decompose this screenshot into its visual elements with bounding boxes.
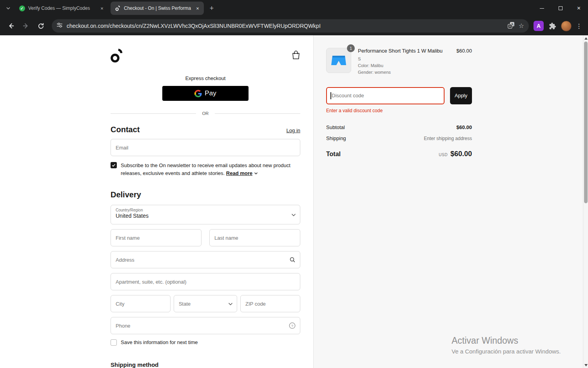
discount-field-wrap <box>326 87 445 104</box>
line-item-details: Performance Short Tights 1 W Malibu $60.… <box>358 48 472 75</box>
minimize-button[interactable] <box>533 0 551 16</box>
quantity-badge: 1 <box>347 44 355 52</box>
save-info-label: Save this information for next time <box>121 339 198 345</box>
line-item: 1 Performance Short Tights 1 W Malibu $6… <box>326 48 472 75</box>
delivery-heading: Delivery <box>111 190 300 199</box>
google-pay-button[interactable]: Pay <box>162 86 249 101</box>
apartment-field[interactable] <box>111 273 300 290</box>
windows-activation-watermark: Activar Windows Ve a Configuración para … <box>452 335 561 355</box>
tab-title: Verify Codes — SimplyCodes <box>28 5 96 11</box>
on-favicon-icon <box>114 5 121 11</box>
total-row: Total USD $60.00 <box>326 150 472 158</box>
on-logo-icon[interactable] <box>111 48 122 64</box>
read-more-link[interactable]: Read more <box>226 170 252 176</box>
address-field-wrap <box>111 251 300 268</box>
discount-code-field[interactable] <box>326 87 445 104</box>
discount-row: Apply <box>326 87 472 104</box>
cart-bag-icon[interactable] <box>292 51 300 62</box>
newsletter-row: Subscribe to the On newsletter to receiv… <box>111 162 300 177</box>
subtotal-value: $60.00 <box>456 124 472 130</box>
page-scrollbar[interactable] <box>583 35 588 368</box>
bookmark-star-icon[interactable]: ☆ <box>519 23 524 29</box>
or-divider: OR <box>111 111 300 116</box>
total-value: $60.00 <box>450 150 472 158</box>
city-field[interactable] <box>111 295 171 312</box>
apply-button[interactable]: Apply <box>450 87 472 104</box>
total-label: Total <box>326 151 341 158</box>
shipping-value: Enter shipping address <box>424 136 472 141</box>
newsletter-checkbox[interactable] <box>111 162 117 168</box>
google-g-icon <box>194 90 202 97</box>
first-name-wrap <box>111 229 201 246</box>
zip-field[interactable] <box>240 295 300 312</box>
first-name-field[interactable] <box>111 229 201 246</box>
scrollbar-thumb[interactable] <box>584 42 588 203</box>
tab-simplycodes[interactable]: ✓ Verify Codes — SimplyCodes × <box>15 2 108 15</box>
last-name-field[interactable] <box>209 229 300 246</box>
tab-search-chevron-icon[interactable] <box>3 3 13 13</box>
discount-error-text: Enter a valid discount code <box>326 108 472 113</box>
checkout-main: Express checkout Pay OR <box>0 35 314 368</box>
watermark-line2: Ve a Configuración para activar Windows. <box>452 348 561 355</box>
email-field[interactable] <box>111 139 300 156</box>
forward-button[interactable] <box>20 20 32 32</box>
subtotal-row: Subtotal $60.00 <box>326 124 472 130</box>
totals: Subtotal $60.00 Shipping Enter shipping … <box>326 124 472 158</box>
shop-header <box>111 48 300 64</box>
minimize-icon <box>540 8 544 9</box>
shipping-row: Shipping Enter shipping address <box>326 135 472 141</box>
currency-label: USD <box>439 153 448 157</box>
name-row <box>111 229 300 251</box>
shorts-image-icon <box>331 54 347 67</box>
search-icon <box>289 257 296 263</box>
login-link[interactable]: Log in <box>287 128 300 133</box>
browser-menu-icon[interactable]: ⋮ <box>574 22 584 30</box>
tab-checkout-on[interactable]: Checkout - On | Swiss Performa × <box>111 2 204 15</box>
contact-header: Contact Log in <box>111 125 300 134</box>
save-info-checkbox[interactable] <box>111 339 117 346</box>
text-caret <box>330 92 331 99</box>
shipping-label: Shipping <box>326 135 346 141</box>
extensions-puzzle-icon[interactable] <box>546 20 559 32</box>
product-thumbnail: 1 <box>326 48 351 73</box>
scroll-down-icon[interactable] <box>584 364 588 366</box>
back-button[interactable] <box>5 20 17 32</box>
window-controls: ✕ <box>533 0 588 16</box>
extension-a-icon[interactable]: A <box>534 21 544 31</box>
newsletter-sentence: Subscribe to the On newsletter to receiv… <box>121 162 290 176</box>
zip-field-wrap <box>240 295 300 312</box>
phone-field[interactable] <box>111 317 300 334</box>
maximize-button[interactable] <box>551 0 570 16</box>
chevron-down-icon <box>254 172 258 175</box>
gpay-label: Pay <box>205 89 216 97</box>
save-info-row: Save this information for next time <box>111 339 300 346</box>
country-label: Country/Region <box>116 208 288 212</box>
address-bar[interactable]: checkout.on.com/checkouts/cn/Z2NwLXVzLWV… <box>52 19 529 33</box>
site-info-icon[interactable] <box>56 22 63 30</box>
product-gender: Gender: womens <box>358 70 472 75</box>
express-checkout-label: Express checkout <box>111 75 300 81</box>
profile-avatar[interactable] <box>561 21 572 31</box>
country-select[interactable]: Country/Region United States <box>111 205 300 224</box>
maximize-icon <box>559 6 563 10</box>
url-text[interactable]: checkout.on.com/checkouts/cn/Z2NwLXVzLWV… <box>67 23 504 29</box>
help-icon[interactable]: ? <box>289 322 296 329</box>
translate-icon[interactable]: A <box>508 22 515 30</box>
tab-close-icon[interactable]: × <box>99 5 105 11</box>
tab-close-icon[interactable]: × <box>194 5 201 11</box>
country-value: United States <box>116 213 149 219</box>
chevron-down-icon <box>228 300 233 307</box>
divider-line <box>111 113 196 114</box>
state-select[interactable]: State <box>174 295 237 312</box>
last-name-wrap <box>209 229 300 246</box>
or-label: OR <box>202 111 209 116</box>
close-button[interactable]: ✕ <box>570 0 588 16</box>
order-summary: 1 Performance Short Tights 1 W Malibu $6… <box>314 35 588 368</box>
reload-button[interactable] <box>34 20 47 32</box>
svg-text:?: ? <box>291 324 293 328</box>
new-tab-button[interactable]: + <box>206 3 217 14</box>
city-state-zip-row: State <box>111 295 300 317</box>
shipping-method-heading: Shipping method <box>111 361 300 368</box>
scroll-up-icon[interactable] <box>583 35 588 41</box>
address-field[interactable] <box>111 251 300 268</box>
